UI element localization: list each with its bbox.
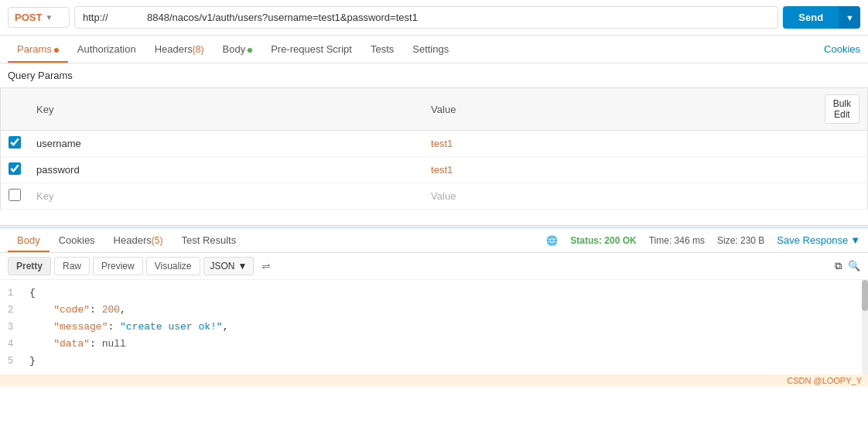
row3-value: Value xyxy=(423,183,817,210)
line-content-3: "message": "create user ok!", xyxy=(29,319,228,336)
line-content-5: } xyxy=(29,353,36,370)
params-dot xyxy=(54,48,59,53)
line-num-2: 2 xyxy=(8,302,29,319)
tab-params[interactable]: Params xyxy=(8,36,68,63)
code-line-2: 2 "code": 200, xyxy=(0,302,868,319)
line-num-3: 3 xyxy=(8,319,29,336)
tab-settings[interactable]: Settings xyxy=(403,36,458,63)
url-bar: POST ▼ Send ▼ xyxy=(0,0,868,36)
resp-headers-count: (5) xyxy=(152,235,163,246)
format-raw-button[interactable]: Raw xyxy=(54,257,90,275)
row3-checkbox[interactable] xyxy=(9,189,21,201)
line-content-1: { xyxy=(29,285,36,302)
table-row: username test1 xyxy=(1,131,868,157)
resp-tab-body[interactable]: Body xyxy=(8,228,50,252)
url-input[interactable] xyxy=(74,6,778,29)
line-num-4: 4 xyxy=(8,336,29,353)
code-line-5: 5 } xyxy=(0,353,868,370)
row1-check-cell xyxy=(1,131,29,157)
headers-count: (8) xyxy=(193,44,204,55)
save-response-button[interactable]: Save Response ▼ xyxy=(777,234,860,246)
format-bar: Pretty Raw Preview Visualize JSON ▼ ⇌ ⧉ … xyxy=(0,253,868,280)
row2-checkbox[interactable] xyxy=(9,162,21,175)
response-size: Size: 230 B xyxy=(717,235,764,246)
row2-key: password xyxy=(29,157,423,183)
col-header-bulk: Bulk Edit xyxy=(817,88,868,131)
row2-check-cell xyxy=(1,157,29,183)
line-content-4: "data": null xyxy=(29,336,126,353)
response-time: Time: 346 ms xyxy=(649,235,705,246)
row1-key: username xyxy=(29,131,423,157)
send-dropdown-button[interactable]: ▼ xyxy=(839,6,860,29)
format-select-icon: ▼ xyxy=(238,261,248,272)
code-line-1: 1 { xyxy=(0,285,868,302)
scrollbar-thumb[interactable] xyxy=(862,280,868,311)
response-status-area: 🌐 Status: 200 OK Time: 346 ms Size: 230 … xyxy=(546,234,860,246)
row3-actions xyxy=(817,183,868,210)
resp-tab-cookies[interactable]: Cookies xyxy=(50,228,104,252)
row2-actions xyxy=(817,157,868,183)
row2-value: test1 xyxy=(423,157,817,183)
row1-value: test1 xyxy=(423,131,817,157)
scrollbar-track[interactable] xyxy=(862,280,868,374)
tab-tests[interactable]: Tests xyxy=(361,36,403,63)
code-line-3: 3 "message": "create user ok!", xyxy=(0,319,868,336)
format-preview-button[interactable]: Preview xyxy=(93,257,143,275)
cookies-link[interactable]: Cookies xyxy=(824,43,860,55)
save-response-dropdown-icon: ▼ xyxy=(850,234,860,246)
tab-prerequest[interactable]: Pre-request Script xyxy=(261,36,361,63)
code-line-4: 4 "data": null xyxy=(0,336,868,353)
globe-icon: 🌐 xyxy=(546,235,558,246)
query-params-title: Query Params xyxy=(0,63,868,87)
watermark: CSDN @LOOPY_Y xyxy=(0,374,868,387)
wrap-icon[interactable]: ⇌ xyxy=(261,260,271,272)
col-header-value: Value xyxy=(423,88,817,131)
bulk-edit-button[interactable]: Bulk Edit xyxy=(825,94,859,124)
send-button[interactable]: Send xyxy=(783,6,839,29)
response-tabs-bar: Body Cookies Headers(5) Test Results 🌐 S… xyxy=(0,228,868,253)
search-icon[interactable]: 🔍 xyxy=(848,260,860,272)
table-row: password test1 xyxy=(1,157,868,183)
code-wrapper: 1 { 2 "code": 200, 3 "message": "create … xyxy=(0,280,868,374)
body-dot xyxy=(248,48,252,53)
table-row-empty: Key Value xyxy=(1,183,868,210)
format-type-select[interactable]: JSON ▼ xyxy=(203,257,255,275)
row1-actions xyxy=(817,131,868,157)
status-badge: Status: 200 OK xyxy=(570,235,636,246)
col-header-check xyxy=(1,88,29,131)
format-pretty-button[interactable]: Pretty xyxy=(8,257,51,275)
tab-authorization[interactable]: Authorization xyxy=(68,36,145,63)
method-select[interactable]: POST ▼ xyxy=(8,7,70,28)
format-visualize-button[interactable]: Visualize xyxy=(146,257,200,275)
line-num-1: 1 xyxy=(8,285,29,302)
line-content-2: "code": 200, xyxy=(29,302,126,319)
tab-headers[interactable]: Headers(8) xyxy=(145,36,214,63)
request-tabs-bar: Params Authorization Headers(8) Body Pre… xyxy=(0,36,868,63)
code-area: 1 { 2 "code": 200, 3 "message": "create … xyxy=(0,280,868,374)
code-icons: ⧉ 🔍 xyxy=(835,260,860,272)
copy-icon[interactable]: ⧉ xyxy=(835,260,842,272)
line-num-5: 5 xyxy=(8,353,29,370)
tab-body[interactable]: Body xyxy=(214,36,262,63)
resp-tab-test-results[interactable]: Test Results xyxy=(172,228,245,252)
params-table: Key Value Bulk Edit username test1 xyxy=(0,87,868,210)
row1-checkbox[interactable] xyxy=(9,136,21,149)
row3-check-cell xyxy=(1,183,29,210)
method-dropdown-icon: ▼ xyxy=(45,13,53,22)
send-btn-group: Send ▼ xyxy=(783,6,860,29)
resp-tab-headers[interactable]: Headers(5) xyxy=(104,228,173,252)
row3-key: Key xyxy=(29,183,423,210)
col-header-key: Key xyxy=(29,88,423,131)
method-label: POST xyxy=(15,12,42,23)
